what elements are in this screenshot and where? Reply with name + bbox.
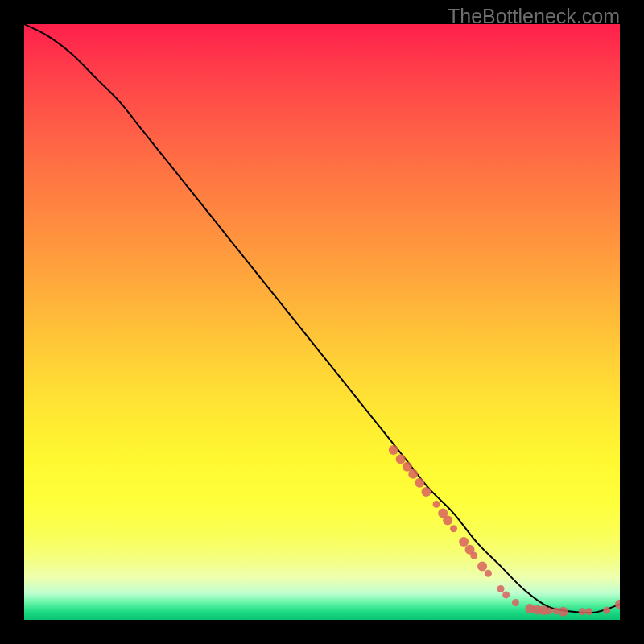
marker-group: [389, 445, 620, 617]
marker-dot: [477, 561, 487, 571]
marker-dot: [459, 537, 469, 547]
marker-dot: [615, 600, 620, 609]
marker-dot: [450, 525, 457, 532]
marker-dot: [585, 608, 592, 615]
marker-dot: [603, 607, 610, 614]
bottleneck-curve: [24, 24, 620, 613]
chart-svg: [24, 24, 620, 620]
marker-dot: [433, 501, 440, 508]
marker-dot: [408, 469, 418, 479]
marker-dot: [485, 570, 492, 577]
marker-dot: [559, 607, 568, 617]
marker-dot: [579, 608, 586, 615]
marker-dot: [502, 591, 510, 598]
marker-dot: [389, 445, 398, 455]
watermark-text: TheBottleneck.com: [448, 5, 620, 28]
marker-dot: [443, 515, 452, 525]
marker-dot: [415, 478, 424, 488]
marker-dot: [422, 487, 431, 497]
chart-frame: TheBottleneck.com: [0, 0, 644, 644]
plot-area: [24, 24, 620, 620]
marker-dot: [512, 599, 519, 606]
marker-dot: [545, 607, 552, 614]
marker-dot: [396, 454, 406, 464]
marker-dot: [497, 585, 505, 592]
marker-dot: [470, 552, 477, 559]
